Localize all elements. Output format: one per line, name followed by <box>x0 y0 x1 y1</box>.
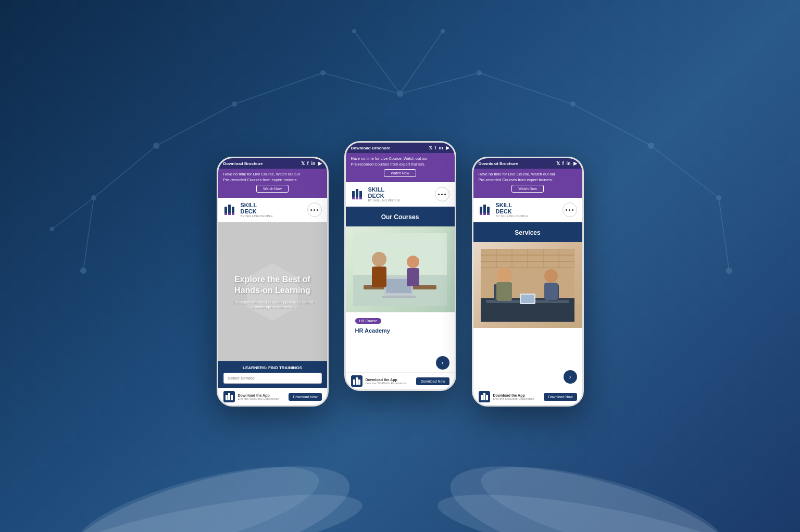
dl-btn-right[interactable]: Download Now <box>544 393 577 401</box>
download-info-right: Download the App Live the SkillDeck Expe… <box>493 394 534 400</box>
svg-rect-62 <box>356 377 358 385</box>
phone-right: Download Brochure 𝕏 f in ▶ Have no time … <box>472 157 584 407</box>
menu-btn-left[interactable] <box>307 202 322 217</box>
linkedin-icon-left[interactable]: in <box>311 161 316 166</box>
logo-svg-middle <box>351 187 366 201</box>
svg-rect-47 <box>352 197 355 199</box>
phone-left: Download Brochure 𝕏 f in ▶ Have no time … <box>217 157 329 407</box>
dl-logo-svg-right <box>479 391 490 402</box>
svg-rect-89 <box>544 283 558 300</box>
svg-rect-92 <box>483 393 485 400</box>
svg-rect-69 <box>487 213 490 215</box>
menu-btn-right[interactable] <box>562 202 577 217</box>
social-icons-middle: 𝕏 f in ▶ <box>429 145 449 150</box>
dl-btn-left[interactable]: Download Now <box>289 393 321 401</box>
hero-decoration <box>241 261 304 323</box>
logo-svg-right <box>479 202 493 217</box>
top-banner-right: Download Brochure 𝕏 f in ▶ <box>473 158 582 169</box>
download-brochure-right[interactable]: Download Brochure <box>479 161 518 166</box>
download-bar-right: Download the App Live the SkillDeck Expe… <box>473 388 582 405</box>
svg-rect-38 <box>232 213 234 215</box>
facebook-icon-middle[interactable]: f <box>435 145 436 150</box>
logo-left: SKILL DECK BY SKILLING PEOPLE <box>223 202 273 218</box>
svg-rect-37 <box>228 213 231 215</box>
youtube-icon-right[interactable]: ▶ <box>573 161 577 166</box>
learners-section: LEARNERS: FIND TRAININGS Select Service <box>218 361 327 388</box>
social-icons-right: 𝕏 f in ▶ <box>556 161 577 166</box>
phones-container: Download Brochure 𝕏 f in ▶ Have no time … <box>0 0 800 532</box>
download-info-middle: Download the App Live the SkillDeck Expe… <box>366 378 407 385</box>
youtube-icon-left[interactable]: ▶ <box>318 161 322 166</box>
dl-sub-middle: Live the SkillDeck Experience <box>366 382 407 385</box>
svg-rect-46 <box>359 191 362 198</box>
promo-line1-right: Have no time for Live Course, Watch out … <box>479 172 577 178</box>
svg-rect-45 <box>356 189 358 198</box>
linkedin-icon-right[interactable]: in <box>567 161 571 166</box>
promo-line2-middle: Pre-recorded Courses from expert trainer… <box>351 162 449 168</box>
facebook-icon-left[interactable]: f <box>307 161 309 166</box>
svg-rect-36 <box>224 213 227 215</box>
linkedin-icon-middle[interactable]: in <box>439 145 443 150</box>
download-logo-middle <box>351 375 362 387</box>
svg-rect-41 <box>226 395 228 400</box>
svg-rect-68 <box>483 213 486 215</box>
download-brochure-left[interactable]: Download Brochure <box>223 161 263 166</box>
forward-btn-right[interactable]: › <box>564 370 577 384</box>
svg-rect-42 <box>228 393 230 400</box>
youtube-icon-middle[interactable]: ▶ <box>446 145 449 150</box>
forward-btn-middle[interactable]: › <box>436 356 449 370</box>
twitter-icon-right[interactable]: 𝕏 <box>556 161 560 166</box>
hero-section: Explore the Best of Hands-on Learning Ou… <box>218 222 327 361</box>
services-title: Services <box>515 229 540 236</box>
svg-rect-48 <box>356 197 358 199</box>
select-service[interactable]: Select Service <box>223 373 322 384</box>
menu-btn-middle[interactable] <box>435 187 449 201</box>
course-info-middle: HR Course HR Academy <box>346 312 455 337</box>
svg-point-58 <box>407 256 419 268</box>
social-icons-left: 𝕏 f in ▶ <box>301 161 322 166</box>
twitter-icon-middle[interactable]: 𝕏 <box>429 145 432 150</box>
watch-btn-right[interactable]: Watch Now <box>511 185 544 193</box>
svg-rect-35 <box>232 207 234 214</box>
logo-sub-left: BY SKILLING PEOPLE <box>241 214 273 218</box>
courses-section-header: Our Courses <box>346 207 455 226</box>
dl-title-right: Download the App <box>493 394 534 397</box>
dl-btn-middle[interactable]: Download Now <box>416 377 449 385</box>
phone-content-middle: HR Course HR Academy › <box>346 226 455 372</box>
courses-title: Our Courses <box>381 213 419 221</box>
phone-middle: Download Brochure 𝕏 f in ▶ Have no time … <box>344 141 456 391</box>
promo-line1-left: Have no time for Live Course, Watch out … <box>223 172 322 178</box>
top-banner-left: Download Brochure 𝕏 f in ▶ <box>218 158 327 169</box>
watch-btn-left[interactable]: Watch Now <box>256 185 289 193</box>
learners-title: LEARNERS: FIND TRAININGS <box>223 365 322 370</box>
dl-sub-right: Live the SkillDeck Experience <box>493 397 534 400</box>
logo-text-right: SKILL DECK <box>496 202 528 214</box>
svg-point-56 <box>372 252 386 267</box>
logo-text-left: SKILL DECK <box>241 202 273 214</box>
svg-rect-87 <box>496 282 512 301</box>
facebook-icon-right[interactable]: f <box>562 161 564 166</box>
logo-right: SKILL DECK BY SKILLING PEOPLE <box>479 202 528 218</box>
dl-title-left: Download the App <box>238 394 279 397</box>
promo-line2-left: Pre-recorded Courses from expert trainer… <box>223 178 322 183</box>
svg-rect-57 <box>372 267 386 287</box>
promo-banner-middle: Have no time for Live Course, Watch out … <box>346 153 455 182</box>
svg-rect-55 <box>382 296 416 298</box>
services-illustration-right <box>481 249 574 322</box>
dl-title-middle: Download the App <box>366 378 407 382</box>
download-brochure-middle[interactable]: Download Brochure <box>351 146 391 150</box>
download-bar-middle: Download the App Live the SkillDeck Expe… <box>346 372 455 389</box>
course-title: HR Academy <box>350 326 451 335</box>
twitter-icon-left[interactable]: 𝕏 <box>301 161 305 166</box>
svg-rect-33 <box>224 207 227 214</box>
promo-banner-left: Have no time for Live Course, Watch out … <box>218 169 327 198</box>
nav-middle: SKILL DECK BY SKILLING PEOPLE <box>346 182 455 207</box>
logo-text-middle: SKILL DECK <box>368 186 401 199</box>
svg-rect-43 <box>231 395 233 400</box>
services-image-right <box>473 242 582 328</box>
watch-btn-middle[interactable]: Watch Now <box>384 169 416 177</box>
forward-area-middle: › <box>346 353 455 372</box>
nav-left: SKILL DECK BY SKILLING PEOPLE <box>218 198 327 222</box>
dl-logo-svg-left <box>223 391 235 402</box>
svg-point-88 <box>544 269 558 283</box>
